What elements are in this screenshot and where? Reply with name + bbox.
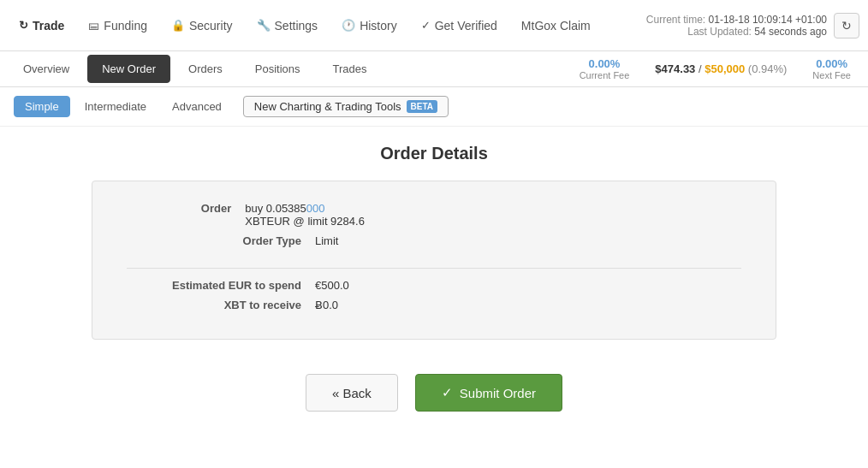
current-time-value: 01-18-18 10:09:14 +01:00 [709, 14, 827, 26]
button-row: « Back ✓ Submit Order [17, 374, 851, 412]
estimated-eur-value: €500.0 [315, 279, 349, 292]
subtab-intermediate[interactable]: Intermediate [74, 96, 158, 117]
main-content: Order Details Order buy 0.05385000 XBTEU… [0, 127, 868, 429]
estimated-section: Estimated EUR to spend €500.0 XBT to rec… [127, 279, 741, 311]
nav-funding-label: Funding [104, 19, 147, 33]
history-icon: 🕐 [342, 19, 355, 32]
order-type-row: Order Type Limit [127, 234, 366, 247]
balance-block: $474.33 / $50,000 (0.94%) [645, 62, 797, 75]
nav-funding[interactable]: 🖴 Funding [78, 14, 158, 38]
subtab-advanced-label: Advanced [172, 100, 222, 113]
current-fee-block: 0.00% Current Fee [571, 57, 639, 80]
order-details-title: Order Details [17, 144, 851, 163]
tab-positions-label: Positions [255, 62, 300, 75]
order-value: buy 0.05385000 XBTEUR @ limit 9284.6 [245, 202, 366, 228]
order-type-label: Order Type [127, 234, 315, 247]
current-time-label: Current time: [646, 14, 705, 26]
settings-icon: 🔧 [257, 19, 271, 32]
order-row: Order buy 0.05385000 XBTEUR @ limit 9284… [127, 202, 366, 228]
next-fee-value: 0.00% [812, 57, 851, 70]
second-nav-right: 0.00% Current Fee $474.33 / $50,000 (0.9… [571, 57, 859, 80]
tab-orders-label: Orders [188, 62, 223, 75]
top-nav-right: Current time: 01-18-18 10:09:14 +01:00 L… [646, 13, 859, 39]
verified-icon: ✓ [421, 19, 431, 32]
nav-security-label: Security [189, 19, 233, 33]
subtab-simple-label: Simple [25, 100, 59, 113]
nav-mtgox-label: MtGox Claim [521, 19, 591, 33]
back-button[interactable]: « Back [306, 374, 398, 412]
estimated-eur-row: Estimated EUR to spend €500.0 [127, 279, 741, 292]
nav-settings[interactable]: 🔧 Settings [247, 14, 329, 38]
nav-history[interactable]: 🕐 History [331, 14, 407, 38]
nav-trade-label: Trade [33, 19, 64, 33]
nav-getverified[interactable]: ✓ Get Verified [411, 14, 508, 38]
balance-amount: $474.33 [655, 62, 695, 75]
nav-security[interactable]: 🔒 Security [161, 14, 243, 38]
nav-getverified-label: Get Verified [435, 19, 497, 33]
tab-overview[interactable]: Overview [9, 55, 84, 83]
subtab-simple[interactable]: Simple [14, 96, 70, 117]
top-nav-items: ↻ Trade 🖴 Funding 🔒 Security 🔧 Settings … [9, 14, 601, 38]
xbt-row: XBT to receive Ƀ0.0 [127, 299, 741, 311]
order-value-highlight: 000 [306, 202, 325, 215]
xbt-value: Ƀ0.0 [315, 299, 338, 311]
current-fee-value: 0.00% [580, 57, 630, 70]
nav-trade[interactable]: ↻ Trade [9, 14, 74, 38]
tab-neworder[interactable]: New Order [87, 55, 170, 83]
xbt-label: XBT to receive [127, 299, 315, 311]
next-fee-label: Next Fee [812, 70, 851, 80]
top-navigation: ↻ Trade 🖴 Funding 🔒 Security 🔧 Settings … [0, 0, 868, 51]
subtab-advanced[interactable]: Advanced [161, 96, 233, 117]
second-nav-tabs: Overview New Order Orders Positions Trad… [9, 55, 385, 83]
balance-pct: (0.94%) [748, 62, 788, 75]
tab-orders[interactable]: Orders [174, 55, 237, 83]
security-icon: 🔒 [171, 19, 185, 32]
divider [127, 268, 741, 269]
tab-trades-label: Trades [333, 62, 367, 75]
next-fee-block: 0.00% Next Fee [804, 57, 859, 80]
nav-settings-label: Settings [275, 19, 318, 33]
balance-limit: $50,000 [705, 62, 745, 75]
order-info-section: Order buy 0.05385000 XBTEUR @ limit 9284… [127, 202, 741, 254]
last-updated-value: 54 seconds ago [754, 26, 827, 38]
order-label: Order [127, 202, 245, 228]
submit-order-button[interactable]: ✓ Submit Order [415, 374, 562, 412]
funding-icon: 🖴 [88, 19, 99, 32]
charting-tools-button[interactable]: New Charting & Trading Tools BETA [243, 96, 449, 117]
refresh-button[interactable]: ↻ [834, 13, 859, 39]
subtab-intermediate-label: Intermediate [85, 100, 146, 113]
beta-badge: BETA [407, 100, 437, 113]
order-type-value: Limit [315, 234, 338, 247]
tab-trades[interactable]: Trades [318, 55, 382, 83]
second-navigation: Overview New Order Orders Positions Trad… [0, 51, 868, 87]
order-details-box: Order buy 0.05385000 XBTEUR @ limit 9284… [92, 181, 776, 340]
order-value-suffix: XBTEUR @ limit 9284.6 [245, 215, 365, 228]
trade-icon: ↻ [19, 19, 28, 32]
time-info: Current time: 01-18-18 10:09:14 +01:00 L… [646, 14, 827, 38]
estimated-eur-label: Estimated EUR to spend [127, 279, 315, 292]
current-fee-label: Current Fee [580, 70, 630, 80]
tab-overview-label: Overview [23, 62, 69, 75]
nav-mtgox[interactable]: MtGox Claim [511, 14, 601, 38]
nav-history-label: History [360, 19, 397, 33]
submit-label: Submit Order [460, 386, 536, 400]
order-value-main: buy 0.05385 [245, 202, 306, 215]
sub-tabs-bar: Simple Intermediate Advanced New Chartin… [0, 87, 868, 127]
charting-btn-label: New Charting & Trading Tools [254, 100, 401, 113]
submit-check-icon: ✓ [442, 385, 453, 400]
tab-neworder-label: New Order [102, 62, 156, 75]
last-updated-label: Last Updated: [687, 26, 752, 38]
tab-positions[interactable]: Positions [241, 55, 315, 83]
